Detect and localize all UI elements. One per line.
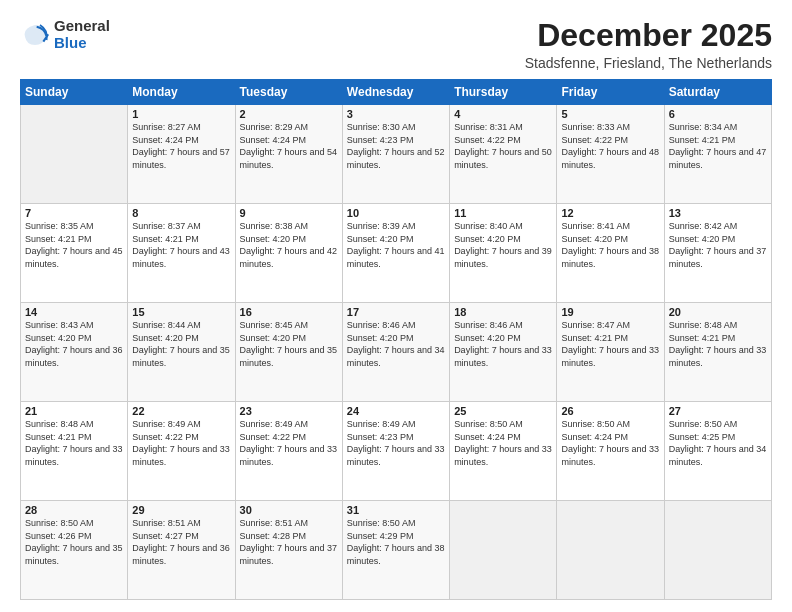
day-info: Sunrise: 8:31 AMSunset: 4:22 PMDaylight:…	[454, 122, 552, 170]
day-number: 17	[347, 306, 445, 318]
day-number: 12	[561, 207, 659, 219]
day-info: Sunrise: 8:49 AMSunset: 4:23 PMDaylight:…	[347, 419, 445, 467]
day-info: Sunrise: 8:38 AMSunset: 4:20 PMDaylight:…	[240, 221, 338, 269]
table-row: 16Sunrise: 8:45 AMSunset: 4:20 PMDayligh…	[235, 303, 342, 402]
week-row-3: 14Sunrise: 8:43 AMSunset: 4:20 PMDayligh…	[21, 303, 772, 402]
week-row-4: 21Sunrise: 8:48 AMSunset: 4:21 PMDayligh…	[21, 402, 772, 501]
logo: General Blue	[20, 18, 110, 51]
day-info: Sunrise: 8:49 AMSunset: 4:22 PMDaylight:…	[240, 419, 338, 467]
day-number: 8	[132, 207, 230, 219]
day-info: Sunrise: 8:50 AMSunset: 4:29 PMDaylight:…	[347, 518, 445, 566]
table-row: 13Sunrise: 8:42 AMSunset: 4:20 PMDayligh…	[664, 204, 771, 303]
logo-icon	[20, 20, 50, 50]
day-number: 28	[25, 504, 123, 516]
table-row: 19Sunrise: 8:47 AMSunset: 4:21 PMDayligh…	[557, 303, 664, 402]
header-wednesday: Wednesday	[342, 80, 449, 105]
table-row: 9Sunrise: 8:38 AMSunset: 4:20 PMDaylight…	[235, 204, 342, 303]
table-row: 11Sunrise: 8:40 AMSunset: 4:20 PMDayligh…	[450, 204, 557, 303]
day-number: 7	[25, 207, 123, 219]
table-row: 14Sunrise: 8:43 AMSunset: 4:20 PMDayligh…	[21, 303, 128, 402]
table-row: 29Sunrise: 8:51 AMSunset: 4:27 PMDayligh…	[128, 501, 235, 600]
table-row: 12Sunrise: 8:41 AMSunset: 4:20 PMDayligh…	[557, 204, 664, 303]
day-info: Sunrise: 8:49 AMSunset: 4:22 PMDaylight:…	[132, 419, 230, 467]
day-number: 21	[25, 405, 123, 417]
day-number: 22	[132, 405, 230, 417]
header-tuesday: Tuesday	[235, 80, 342, 105]
day-number: 26	[561, 405, 659, 417]
day-info: Sunrise: 8:50 AMSunset: 4:24 PMDaylight:…	[561, 419, 659, 467]
logo-blue-text: Blue	[54, 35, 110, 52]
day-number: 9	[240, 207, 338, 219]
header-friday: Friday	[557, 80, 664, 105]
table-row: 25Sunrise: 8:50 AMSunset: 4:24 PMDayligh…	[450, 402, 557, 501]
day-info: Sunrise: 8:30 AMSunset: 4:23 PMDaylight:…	[347, 122, 445, 170]
calendar-table: Sunday Monday Tuesday Wednesday Thursday…	[20, 79, 772, 600]
week-row-2: 7Sunrise: 8:35 AMSunset: 4:21 PMDaylight…	[21, 204, 772, 303]
table-row: 24Sunrise: 8:49 AMSunset: 4:23 PMDayligh…	[342, 402, 449, 501]
table-row: 30Sunrise: 8:51 AMSunset: 4:28 PMDayligh…	[235, 501, 342, 600]
day-number: 14	[25, 306, 123, 318]
day-info: Sunrise: 8:45 AMSunset: 4:20 PMDaylight:…	[240, 320, 338, 368]
day-info: Sunrise: 8:35 AMSunset: 4:21 PMDaylight:…	[25, 221, 123, 269]
table-row	[450, 501, 557, 600]
day-info: Sunrise: 8:51 AMSunset: 4:27 PMDaylight:…	[132, 518, 230, 566]
day-number: 2	[240, 108, 338, 120]
table-row: 8Sunrise: 8:37 AMSunset: 4:21 PMDaylight…	[128, 204, 235, 303]
day-number: 19	[561, 306, 659, 318]
month-title: December 2025	[525, 18, 772, 53]
day-info: Sunrise: 8:42 AMSunset: 4:20 PMDaylight:…	[669, 221, 767, 269]
day-info: Sunrise: 8:27 AMSunset: 4:24 PMDaylight:…	[132, 122, 230, 170]
day-number: 1	[132, 108, 230, 120]
day-number: 11	[454, 207, 552, 219]
table-row: 7Sunrise: 8:35 AMSunset: 4:21 PMDaylight…	[21, 204, 128, 303]
day-info: Sunrise: 8:46 AMSunset: 4:20 PMDaylight:…	[454, 320, 552, 368]
day-info: Sunrise: 8:37 AMSunset: 4:21 PMDaylight:…	[132, 221, 230, 269]
day-info: Sunrise: 8:41 AMSunset: 4:20 PMDaylight:…	[561, 221, 659, 269]
header-thursday: Thursday	[450, 80, 557, 105]
day-info: Sunrise: 8:48 AMSunset: 4:21 PMDaylight:…	[25, 419, 123, 467]
table-row: 2Sunrise: 8:29 AMSunset: 4:24 PMDaylight…	[235, 105, 342, 204]
table-row	[21, 105, 128, 204]
table-row	[557, 501, 664, 600]
day-info: Sunrise: 8:46 AMSunset: 4:20 PMDaylight:…	[347, 320, 445, 368]
header-monday: Monday	[128, 80, 235, 105]
day-number: 29	[132, 504, 230, 516]
table-row: 26Sunrise: 8:50 AMSunset: 4:24 PMDayligh…	[557, 402, 664, 501]
day-number: 5	[561, 108, 659, 120]
day-info: Sunrise: 8:40 AMSunset: 4:20 PMDaylight:…	[454, 221, 552, 269]
days-header-row: Sunday Monday Tuesday Wednesday Thursday…	[21, 80, 772, 105]
header-sunday: Sunday	[21, 80, 128, 105]
table-row: 31Sunrise: 8:50 AMSunset: 4:29 PMDayligh…	[342, 501, 449, 600]
day-number: 25	[454, 405, 552, 417]
week-row-5: 28Sunrise: 8:50 AMSunset: 4:26 PMDayligh…	[21, 501, 772, 600]
logo-text: General Blue	[54, 18, 110, 51]
day-info: Sunrise: 8:29 AMSunset: 4:24 PMDaylight:…	[240, 122, 338, 170]
header: General Blue December 2025 Stadsfenne, F…	[20, 18, 772, 71]
day-number: 16	[240, 306, 338, 318]
table-row: 18Sunrise: 8:46 AMSunset: 4:20 PMDayligh…	[450, 303, 557, 402]
table-row	[664, 501, 771, 600]
day-info: Sunrise: 8:51 AMSunset: 4:28 PMDaylight:…	[240, 518, 338, 566]
day-number: 27	[669, 405, 767, 417]
day-info: Sunrise: 8:39 AMSunset: 4:20 PMDaylight:…	[347, 221, 445, 269]
table-row: 15Sunrise: 8:44 AMSunset: 4:20 PMDayligh…	[128, 303, 235, 402]
day-info: Sunrise: 8:44 AMSunset: 4:20 PMDaylight:…	[132, 320, 230, 368]
day-number: 3	[347, 108, 445, 120]
table-row: 27Sunrise: 8:50 AMSunset: 4:25 PMDayligh…	[664, 402, 771, 501]
day-info: Sunrise: 8:50 AMSunset: 4:25 PMDaylight:…	[669, 419, 767, 467]
location-subtitle: Stadsfenne, Friesland, The Netherlands	[525, 55, 772, 71]
day-info: Sunrise: 8:47 AMSunset: 4:21 PMDaylight:…	[561, 320, 659, 368]
calendar-page: General Blue December 2025 Stadsfenne, F…	[0, 0, 792, 612]
table-row: 22Sunrise: 8:49 AMSunset: 4:22 PMDayligh…	[128, 402, 235, 501]
day-info: Sunrise: 8:33 AMSunset: 4:22 PMDaylight:…	[561, 122, 659, 170]
week-row-1: 1Sunrise: 8:27 AMSunset: 4:24 PMDaylight…	[21, 105, 772, 204]
day-number: 18	[454, 306, 552, 318]
title-area: December 2025 Stadsfenne, Friesland, The…	[525, 18, 772, 71]
day-number: 10	[347, 207, 445, 219]
table-row: 6Sunrise: 8:34 AMSunset: 4:21 PMDaylight…	[664, 105, 771, 204]
table-row: 23Sunrise: 8:49 AMSunset: 4:22 PMDayligh…	[235, 402, 342, 501]
table-row: 10Sunrise: 8:39 AMSunset: 4:20 PMDayligh…	[342, 204, 449, 303]
day-info: Sunrise: 8:48 AMSunset: 4:21 PMDaylight:…	[669, 320, 767, 368]
table-row: 3Sunrise: 8:30 AMSunset: 4:23 PMDaylight…	[342, 105, 449, 204]
table-row: 20Sunrise: 8:48 AMSunset: 4:21 PMDayligh…	[664, 303, 771, 402]
